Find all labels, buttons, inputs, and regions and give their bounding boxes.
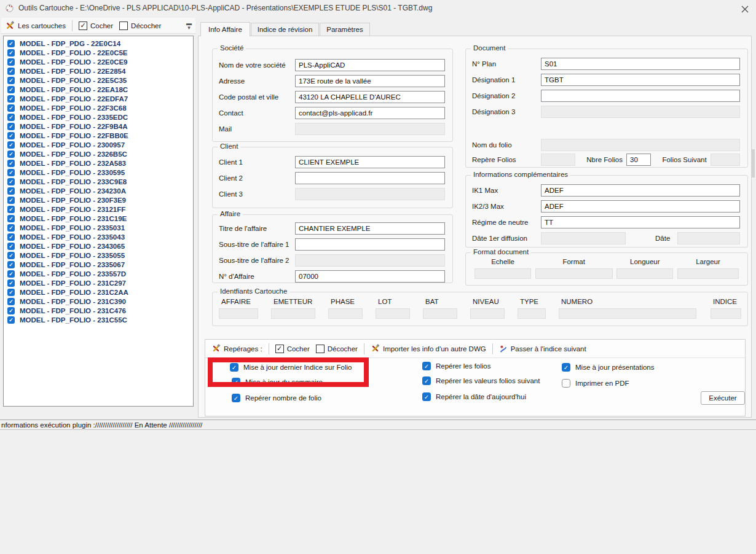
decocher-checkbox[interactable]: Décocher [119,21,161,30]
list-item[interactable]: ✓MODEL - FDP_FOLIO - 22EDFA7 [4,94,193,103]
reperages-checkbox[interactable]: ✓Repérer nombre de folio [232,394,321,402]
reperages-checkbox-label: Repérer les valeurs folios suivant [436,377,540,384]
list-item[interactable]: ✓MODEL - FDP_FOLIO - 2300957 [4,140,193,149]
reperages-decocher-checkbox[interactable]: Décocher [316,345,358,353]
checkbox-box: ✓ [7,252,15,259]
list-item[interactable]: ✓MODEL - FDP_FOLIO - 22E0CE9 [4,57,193,66]
identifiant-column-header: LOT [376,298,392,305]
field-input [295,254,445,267]
list-item[interactable]: ✓MODEL - FDP_FOLIO - 231C476 [4,306,193,315]
reperages-checkbox[interactable]: ✓Mise à jour du sommaire [232,378,323,386]
executer-button[interactable]: Exécuter [701,391,745,405]
cartouche-list[interactable]: ✓MODEL - FDP_PDG - 22E0C14✓MODEL - FDP_F… [3,36,194,407]
list-item[interactable]: ✓MODEL - FDP_PDG - 22E0C14 [4,39,193,48]
list-item[interactable]: ✓MODEL - FDP_FOLIO - 23121FF [4,205,193,214]
status-bar: nformations exécution plugin ://////////… [0,419,756,430]
reperages-button[interactable]: Repérages : [211,344,262,353]
field-label: Mail [219,125,295,133]
passer-indice-button[interactable]: Passer à l'indice suivant [499,345,586,353]
list-item[interactable]: ✓MODEL - FDP_FOLIO - 231C19E [4,214,193,223]
reperages-cocher-checkbox[interactable]: ✓ Cocher [275,345,310,353]
checkbox-box: ✓ [7,233,15,241]
list-item[interactable]: ✓MODEL - FDP_FOLIO - 231C55C [4,315,193,324]
les-cartouches-button[interactable]: Les cartouches [5,21,66,31]
field-input[interactable]: 173E route de la vallée [295,75,445,87]
list-item[interactable]: ✓MODEL - FDP_FOLIO - 233C9E8 [4,177,193,186]
list-item[interactable]: ✓MODEL - FDP_FOLIO - 2326B5C [4,149,193,158]
tab-param-tres[interactable]: Paramètres [320,23,369,36]
reperages-checkbox[interactable]: ✓Repérer les folios [422,362,490,370]
list-item[interactable]: ✓MODEL - FDP_FOLIO - 2330595 [4,168,193,177]
list-item[interactable]: ✓MODEL - FDP_FOLIO - 2335EDC [4,112,193,122]
field-input[interactable]: TT [541,216,740,228]
checkbox-box: ✓ [7,187,15,195]
list-item[interactable]: ✓MODEL - FDP_FOLIO - 231C297 [4,278,193,287]
nbre-folios-field[interactable]: 30 [626,154,651,166]
tools-icon [5,21,15,31]
list-item[interactable]: ✓MODEL - FDP_FOLIO - 22F3C68 [4,103,193,112]
folios-suivant-label: Folios Suivant [662,156,706,163]
field-input[interactable] [295,238,445,251]
list-item[interactable]: ✓MODEL - FDP_FOLIO - 22EA18C [4,85,193,94]
field-input[interactable]: 07000 [295,270,445,283]
tab-indice-de-r-vision[interactable]: Indice de révision [251,23,320,36]
date-1er-diffusion-label: Dâte 1er diffusion [472,235,541,242]
field-input[interactable]: ADEF [541,184,740,197]
field-input[interactable]: 43120 LA CHAPELLE D'AUREC [295,91,445,103]
list-item[interactable]: ✓MODEL - FDP_FOLIO - 2335043 [4,232,193,241]
tab-info-affaire[interactable]: Info Affaire [200,22,250,36]
identifiant-column: BAT [423,298,457,319]
toolbar-overflow-button[interactable]: ▬▾ [186,21,192,30]
field-label: Désignation 2 [472,92,541,99]
identifiant-column-header: NUMERO [559,298,593,305]
importer-dwg-button[interactable]: Importer les info d'un autre DWG [371,344,486,353]
reperages-checkbox[interactable]: ✓Mise à jour dernier Indice sur Folio [230,363,352,372]
list-item-label: MODEL - FDP_FOLIO - 22EDFA7 [20,95,128,103]
list-item[interactable]: ✓MODEL - FDP_FOLIO - 22E2854 [4,66,193,76]
list-item[interactable]: ✓MODEL - FDP_FOLIO - 22E5C35 [4,76,193,85]
list-item[interactable]: ✓MODEL - FDP_FOLIO - 2335031 [4,223,193,232]
list-item[interactable]: ✓MODEL - FDP_FOLIO - 231C390 [4,297,193,306]
close-icon[interactable] [740,4,750,14]
cartouches-toolbar: Les cartouches ✓ Cocher Décocher ▬▾ [1,18,195,34]
list-item[interactable]: ✓MODEL - FDP_FOLIO - 2343065 [4,241,193,251]
field-input[interactable]: CLIENT EXEMPLE [295,156,445,168]
list-item-label: MODEL - FDP_FOLIO - 2326B5C [20,150,127,158]
list-item[interactable]: ✓MODEL - FDP_FOLIO - 234230A [4,186,193,195]
checkbox-box: ✓ [7,132,15,139]
checkbox-box: ✓ [422,376,431,385]
field-input[interactable] [541,90,740,102]
list-item[interactable]: ✓MODEL - FDP_FOLIO - 231C2AA [4,287,193,297]
field-input[interactable]: CHANTIER EXEMPLE [295,222,445,235]
list-item[interactable]: ✓MODEL - FDP_FOLIO - 233557D [4,269,193,278]
identifiant-column: NIVEAU [470,298,505,319]
field-input[interactable]: TGBT [541,74,740,86]
field-label: N° Plan [472,60,541,68]
les-cartouches-label: Les cartouches [18,22,66,29]
cocher-checkbox[interactable]: ✓ Cocher [79,21,113,30]
reperages-checkbox[interactable]: Imprimer en PDF [562,379,629,388]
list-item[interactable]: ✓MODEL - FDP_FOLIO - 2335055 [4,251,193,260]
list-item[interactable]: ✓MODEL - FDP_FOLIO - 230F3E9 [4,195,193,205]
list-item[interactable]: ✓MODEL - FDP_FOLIO - 22FBB0E [4,131,193,140]
reperages-checkbox[interactable]: ✓Repérer les valeurs folios suivant [422,376,540,385]
repere-folios-field [541,154,575,166]
field-input[interactable]: ADEF [541,200,740,213]
list-item[interactable]: ✓MODEL - FDP_FOLIO - 22E0C5E [4,48,193,57]
field-input[interactable]: S01 [541,58,740,70]
reperages-checkbox[interactable]: ✓Repérer la dâte d'aujourd'hui [422,392,526,401]
form-row: N° d'Affaire07000 [219,270,445,283]
list-item[interactable]: ✓MODEL - FDP_FOLIO - 22F9B4A [4,122,193,131]
toolbar-separator [492,343,493,354]
field-input[interactable] [295,172,445,184]
window-edge-strip [751,149,755,178]
field-input[interactable]: contact@pls-applicad.fr [295,107,445,119]
reperages-checkbox[interactable]: ✓Mise à jour présentations [562,363,654,372]
form-row: IK1 MaxADEF [472,184,740,197]
field-input[interactable]: PLS-AppliCAD [295,59,445,71]
form-row: Désignation 2 [472,90,740,102]
list-item-label: MODEL - FDP_FOLIO - 22E2854 [20,68,125,75]
group-identifiants: Identfiants Cartouche AFFAIREEMETTEURPHA… [212,292,748,326]
list-item[interactable]: ✓MODEL - FDP_FOLIO - 2335067 [4,260,193,269]
list-item[interactable]: ✓MODEL - FDP_FOLIO - 232A583 [4,158,193,168]
